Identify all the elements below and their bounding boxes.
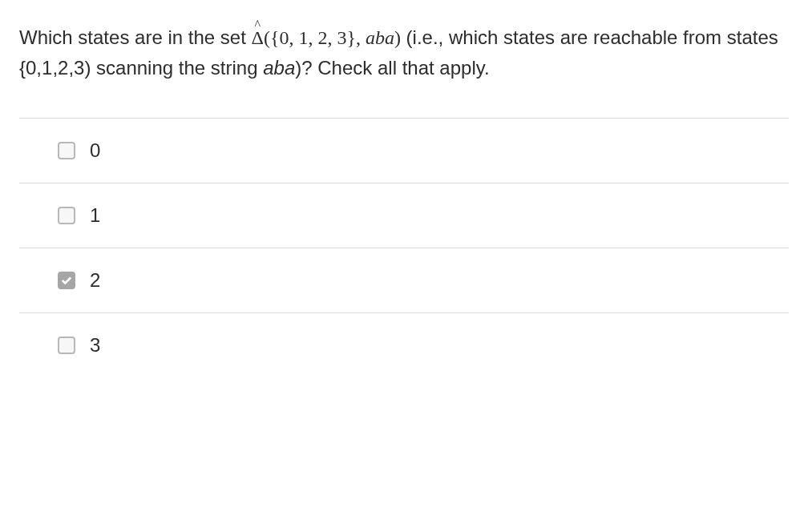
math-args-close: ) bbox=[394, 27, 401, 48]
option-row[interactable]: 2 bbox=[19, 248, 789, 313]
checkbox-option-1[interactable] bbox=[58, 207, 75, 224]
checkbox-option-3[interactable] bbox=[58, 337, 75, 354]
option-label: 2 bbox=[90, 269, 100, 292]
check-icon bbox=[61, 275, 72, 286]
checkbox-option-0[interactable] bbox=[58, 142, 75, 159]
math-string-arg: aba bbox=[366, 27, 394, 48]
option-label: 3 bbox=[90, 334, 100, 357]
checkbox-option-2[interactable] bbox=[58, 272, 75, 289]
math-args-open: ({0, 1, 2, 3}, bbox=[264, 27, 366, 48]
option-row[interactable]: 0 bbox=[19, 119, 789, 183]
option-label: 0 bbox=[90, 139, 100, 162]
option-label: 1 bbox=[90, 204, 100, 227]
options-list: 0 1 2 3 bbox=[19, 118, 789, 377]
delta-hat-symbol: ^ Δ bbox=[251, 22, 263, 53]
question-text: Which states are in the set ^ Δ ({0, 1, … bbox=[19, 22, 789, 84]
option-row[interactable]: 1 bbox=[19, 183, 789, 248]
question-suffix: )? Check all that apply. bbox=[295, 57, 489, 79]
option-row[interactable]: 3 bbox=[19, 313, 789, 377]
string-ref: aba bbox=[263, 57, 295, 79]
question-prefix: Which states are in the set bbox=[19, 26, 251, 48]
